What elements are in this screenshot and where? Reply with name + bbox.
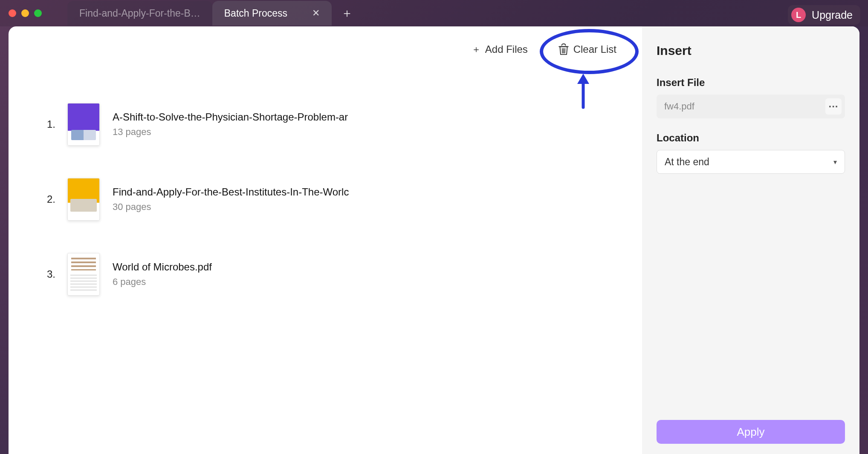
browse-button[interactable]: ··· (825, 98, 842, 115)
insert-file-input[interactable]: fw4.pdf ··· (657, 95, 845, 118)
row-index: 3. (47, 268, 67, 280)
plus-icon: ＋ (472, 45, 481, 54)
tabs: Find-and-Apply-For-the-B… Batch Process … (67, 0, 859, 26)
file-pages: 6 pages (113, 276, 621, 287)
file-pages: 30 pages (113, 201, 621, 213)
tab-active[interactable]: Batch Process ✕ (212, 1, 332, 26)
apply-label: Apply (737, 425, 764, 439)
sidebar-title: Insert (657, 43, 845, 58)
separator: | (536, 43, 550, 56)
upgrade-label: Upgrade (812, 9, 853, 21)
list-item[interactable]: 1. A-Shift-to-Solve-the-Physician-Shorta… (47, 103, 621, 146)
content-window: ＋ Add Files | Clear List (9, 26, 859, 454)
svg-line-0 (562, 49, 562, 53)
file-list-area: ＋ Add Files | Clear List (9, 26, 642, 454)
chevron-down-icon: ▾ (833, 158, 837, 166)
plus-icon: ＋ (341, 5, 353, 21)
row-index: 2. (47, 193, 67, 205)
titlebar: Find-and-Apply-For-the-B… Batch Process … (0, 0, 868, 26)
upgrade-button[interactable]: L Upgrade (788, 5, 860, 25)
list-item[interactable]: 3. World of Microbes.pdf 6 pages (47, 253, 621, 296)
window-controls (9, 9, 42, 17)
location-label: Location (657, 132, 845, 144)
add-files-label: Add Files (485, 43, 528, 55)
file-list: 1. A-Shift-to-Solve-the-Physician-Shorta… (47, 103, 621, 296)
top-actions: ＋ Add Files | Clear List (463, 39, 625, 60)
new-tab-button[interactable]: ＋ (337, 3, 357, 23)
clear-list-button[interactable]: Clear List (550, 39, 625, 60)
file-name: World of Microbes.pdf (113, 261, 373, 273)
file-info: Find-and-Apply-For-the-Best-Institutes-I… (113, 186, 621, 213)
clear-list-label: Clear List (573, 43, 616, 55)
apply-button[interactable]: Apply (657, 420, 845, 444)
tab-label: Find-and-Apply-For-the-B… (79, 8, 200, 19)
sidebar: Insert Insert File fw4.pdf ··· Location … (642, 26, 859, 454)
insert-file-label: Insert File (657, 77, 845, 89)
file-pages: 13 pages (113, 126, 621, 138)
file-info: A-Shift-to-Solve-the-Physician-Shortage-… (113, 111, 621, 138)
tab-label: Batch Process (224, 8, 305, 19)
row-index: 1. (47, 118, 67, 130)
window-close-button[interactable] (9, 9, 16, 17)
file-thumbnail (67, 178, 100, 221)
file-name: A-Shift-to-Solve-the-Physician-Shortage-… (113, 111, 373, 123)
file-thumbnail (67, 103, 100, 146)
file-info: World of Microbes.pdf 6 pages (113, 261, 621, 287)
window-maximize-button[interactable] (34, 9, 42, 17)
tab-inactive[interactable]: Find-and-Apply-For-the-B… (67, 1, 212, 26)
ellipsis-icon: ··· (828, 101, 838, 112)
file-name: Find-and-Apply-For-the-Best-Institutes-I… (113, 186, 373, 198)
file-thumbnail (67, 253, 100, 296)
svg-line-2 (564, 49, 565, 53)
avatar: L (791, 8, 806, 22)
tab-close-icon[interactable]: ✕ (312, 9, 320, 18)
list-item[interactable]: 2. Find-and-Apply-For-the-Best-Institute… (47, 178, 621, 221)
window-minimize-button[interactable] (21, 9, 29, 17)
location-value: At the end (665, 156, 833, 168)
trash-icon (558, 43, 569, 55)
avatar-initial: L (796, 10, 801, 20)
location-select[interactable]: At the end ▾ (657, 150, 845, 174)
insert-file-value: fw4.pdf (664, 101, 825, 112)
add-files-button[interactable]: ＋ Add Files (463, 39, 536, 60)
